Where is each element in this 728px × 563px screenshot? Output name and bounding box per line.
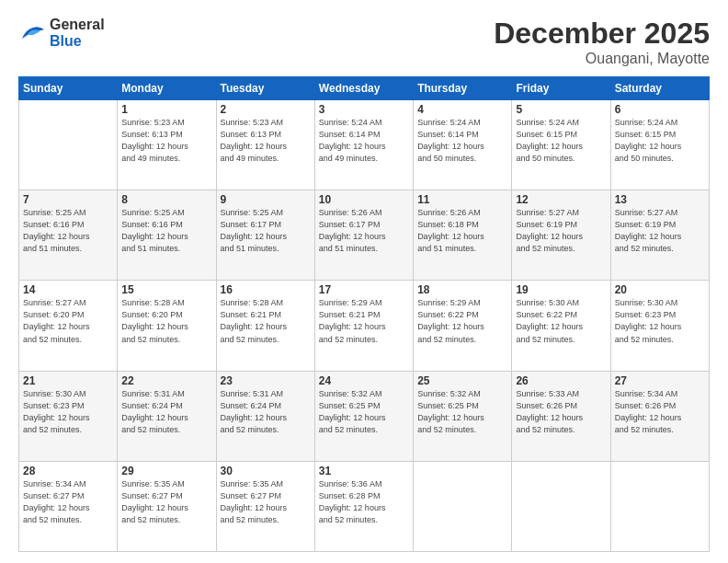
day-number: 23 bbox=[221, 374, 311, 387]
day-info: Sunrise: 5:27 AM Sunset: 6:19 PM Dayligh… bbox=[615, 207, 705, 255]
day-info: Sunrise: 5:25 AM Sunset: 6:16 PM Dayligh… bbox=[121, 207, 211, 255]
day-info: Sunrise: 5:24 AM Sunset: 6:14 PM Dayligh… bbox=[319, 117, 409, 165]
day-info: Sunrise: 5:33 AM Sunset: 6:26 PM Dayligh… bbox=[516, 388, 606, 436]
day-info: Sunrise: 5:27 AM Sunset: 6:19 PM Dayligh… bbox=[516, 207, 606, 255]
table-row: 1Sunrise: 5:23 AM Sunset: 6:13 PM Daylig… bbox=[118, 100, 216, 190]
calendar-week-row: 28Sunrise: 5:34 AM Sunset: 6:27 PM Dayli… bbox=[19, 461, 710, 551]
col-saturday: Saturday bbox=[610, 77, 709, 100]
table-row: 18Sunrise: 5:29 AM Sunset: 6:22 PM Dayli… bbox=[414, 281, 512, 371]
day-info: Sunrise: 5:25 AM Sunset: 6:17 PM Dayligh… bbox=[221, 207, 311, 255]
logo-general: General bbox=[50, 17, 105, 32]
table-row bbox=[414, 461, 512, 551]
table-row: 15Sunrise: 5:28 AM Sunset: 6:20 PM Dayli… bbox=[118, 281, 216, 371]
calendar-week-row: 21Sunrise: 5:30 AM Sunset: 6:23 PM Dayli… bbox=[19, 371, 710, 461]
table-row: 19Sunrise: 5:30 AM Sunset: 6:22 PM Dayli… bbox=[512, 281, 610, 371]
day-number: 12 bbox=[516, 193, 606, 206]
calendar-week-row: 1Sunrise: 5:23 AM Sunset: 6:13 PM Daylig… bbox=[19, 100, 710, 190]
table-row: 26Sunrise: 5:33 AM Sunset: 6:26 PM Dayli… bbox=[512, 371, 610, 461]
day-info: Sunrise: 5:30 AM Sunset: 6:23 PM Dayligh… bbox=[615, 297, 705, 345]
logo: General Blue bbox=[18, 17, 105, 49]
calendar-week-row: 7Sunrise: 5:25 AM Sunset: 6:16 PM Daylig… bbox=[19, 190, 710, 281]
day-number: 24 bbox=[319, 374, 409, 387]
table-row: 29Sunrise: 5:35 AM Sunset: 6:27 PM Dayli… bbox=[118, 461, 216, 551]
col-friday: Friday bbox=[512, 77, 610, 100]
logo-bird-icon bbox=[18, 22, 46, 44]
day-info: Sunrise: 5:26 AM Sunset: 6:17 PM Dayligh… bbox=[319, 207, 409, 255]
day-number: 8 bbox=[121, 193, 211, 206]
table-row: 10Sunrise: 5:26 AM Sunset: 6:17 PM Dayli… bbox=[314, 190, 413, 281]
day-number: 3 bbox=[319, 103, 409, 116]
day-info: Sunrise: 5:29 AM Sunset: 6:21 PM Dayligh… bbox=[319, 297, 409, 345]
table-row: 28Sunrise: 5:34 AM Sunset: 6:27 PM Dayli… bbox=[19, 461, 118, 551]
day-info: Sunrise: 5:31 AM Sunset: 6:24 PM Dayligh… bbox=[221, 388, 311, 436]
day-info: Sunrise: 5:26 AM Sunset: 6:18 PM Dayligh… bbox=[417, 207, 507, 255]
calendar-table: Sunday Monday Tuesday Wednesday Thursday… bbox=[18, 76, 710, 552]
day-info: Sunrise: 5:30 AM Sunset: 6:23 PM Dayligh… bbox=[23, 388, 113, 436]
header: General Blue December 2025 Ouangani, May… bbox=[18, 17, 710, 67]
col-sunday: Sunday bbox=[19, 77, 118, 100]
page: General Blue December 2025 Ouangani, May… bbox=[0, 0, 728, 563]
day-number: 10 bbox=[319, 193, 409, 206]
day-info: Sunrise: 5:32 AM Sunset: 6:25 PM Dayligh… bbox=[319, 388, 409, 436]
day-info: Sunrise: 5:23 AM Sunset: 6:13 PM Dayligh… bbox=[121, 117, 211, 165]
day-number: 2 bbox=[221, 103, 311, 116]
table-row: 21Sunrise: 5:30 AM Sunset: 6:23 PM Dayli… bbox=[19, 371, 118, 461]
table-row: 8Sunrise: 5:25 AM Sunset: 6:16 PM Daylig… bbox=[118, 190, 216, 281]
day-number: 22 bbox=[121, 374, 211, 387]
table-row: 5Sunrise: 5:24 AM Sunset: 6:15 PM Daylig… bbox=[512, 100, 610, 190]
page-title: December 2025 bbox=[494, 17, 710, 51]
day-info: Sunrise: 5:30 AM Sunset: 6:22 PM Dayligh… bbox=[516, 297, 606, 345]
day-info: Sunrise: 5:28 AM Sunset: 6:21 PM Dayligh… bbox=[221, 297, 311, 345]
day-info: Sunrise: 5:25 AM Sunset: 6:16 PM Dayligh… bbox=[23, 207, 113, 255]
table-row: 22Sunrise: 5:31 AM Sunset: 6:24 PM Dayli… bbox=[118, 371, 216, 461]
calendar-header-row: Sunday Monday Tuesday Wednesday Thursday… bbox=[19, 77, 710, 100]
col-wednesday: Wednesday bbox=[314, 77, 413, 100]
day-number: 14 bbox=[23, 283, 113, 296]
title-block: December 2025 Ouangani, Mayotte bbox=[494, 17, 710, 67]
table-row: 2Sunrise: 5:23 AM Sunset: 6:13 PM Daylig… bbox=[216, 100, 314, 190]
table-row: 17Sunrise: 5:29 AM Sunset: 6:21 PM Dayli… bbox=[314, 281, 413, 371]
table-row: 9Sunrise: 5:25 AM Sunset: 6:17 PM Daylig… bbox=[216, 190, 314, 281]
calendar-week-row: 14Sunrise: 5:27 AM Sunset: 6:20 PM Dayli… bbox=[19, 281, 710, 371]
day-number: 19 bbox=[516, 283, 606, 296]
day-number: 20 bbox=[615, 283, 705, 296]
day-number: 25 bbox=[417, 374, 507, 387]
table-row: 20Sunrise: 5:30 AM Sunset: 6:23 PM Dayli… bbox=[610, 281, 709, 371]
day-number: 29 bbox=[121, 465, 211, 477]
day-info: Sunrise: 5:35 AM Sunset: 6:27 PM Dayligh… bbox=[221, 478, 311, 526]
col-tuesday: Tuesday bbox=[216, 77, 314, 100]
day-info: Sunrise: 5:23 AM Sunset: 6:13 PM Dayligh… bbox=[221, 117, 311, 165]
col-monday: Monday bbox=[118, 77, 216, 100]
day-info: Sunrise: 5:29 AM Sunset: 6:22 PM Dayligh… bbox=[417, 297, 507, 345]
page-subtitle: Ouangani, Mayotte bbox=[494, 51, 710, 67]
table-row: 25Sunrise: 5:32 AM Sunset: 6:25 PM Dayli… bbox=[414, 371, 512, 461]
table-row: 11Sunrise: 5:26 AM Sunset: 6:18 PM Dayli… bbox=[414, 190, 512, 281]
day-info: Sunrise: 5:34 AM Sunset: 6:26 PM Dayligh… bbox=[615, 388, 705, 436]
day-number: 5 bbox=[516, 103, 606, 116]
day-number: 21 bbox=[23, 374, 113, 387]
day-info: Sunrise: 5:24 AM Sunset: 6:15 PM Dayligh… bbox=[615, 117, 705, 165]
day-number: 31 bbox=[319, 465, 409, 477]
table-row: 27Sunrise: 5:34 AM Sunset: 6:26 PM Dayli… bbox=[610, 371, 709, 461]
table-row: 12Sunrise: 5:27 AM Sunset: 6:19 PM Dayli… bbox=[512, 190, 610, 281]
day-info: Sunrise: 5:32 AM Sunset: 6:25 PM Dayligh… bbox=[417, 388, 507, 436]
table-row: 16Sunrise: 5:28 AM Sunset: 6:21 PM Dayli… bbox=[216, 281, 314, 371]
day-number: 27 bbox=[615, 374, 705, 387]
table-row: 4Sunrise: 5:24 AM Sunset: 6:14 PM Daylig… bbox=[414, 100, 512, 190]
col-thursday: Thursday bbox=[414, 77, 512, 100]
table-row: 7Sunrise: 5:25 AM Sunset: 6:16 PM Daylig… bbox=[19, 190, 118, 281]
table-row bbox=[512, 461, 610, 551]
day-number: 7 bbox=[23, 193, 113, 206]
day-info: Sunrise: 5:34 AM Sunset: 6:27 PM Dayligh… bbox=[23, 478, 113, 526]
day-info: Sunrise: 5:31 AM Sunset: 6:24 PM Dayligh… bbox=[121, 388, 211, 436]
day-info: Sunrise: 5:35 AM Sunset: 6:27 PM Dayligh… bbox=[121, 478, 211, 526]
table-row: 6Sunrise: 5:24 AM Sunset: 6:15 PM Daylig… bbox=[610, 100, 709, 190]
table-row: 13Sunrise: 5:27 AM Sunset: 6:19 PM Dayli… bbox=[610, 190, 709, 281]
day-number: 30 bbox=[221, 465, 311, 477]
day-number: 6 bbox=[615, 103, 705, 116]
table-row: 23Sunrise: 5:31 AM Sunset: 6:24 PM Dayli… bbox=[216, 371, 314, 461]
table-row: 24Sunrise: 5:32 AM Sunset: 6:25 PM Dayli… bbox=[314, 371, 413, 461]
day-number: 4 bbox=[417, 103, 507, 116]
table-row: 31Sunrise: 5:36 AM Sunset: 6:28 PM Dayli… bbox=[314, 461, 413, 551]
day-info: Sunrise: 5:36 AM Sunset: 6:28 PM Dayligh… bbox=[319, 478, 409, 526]
